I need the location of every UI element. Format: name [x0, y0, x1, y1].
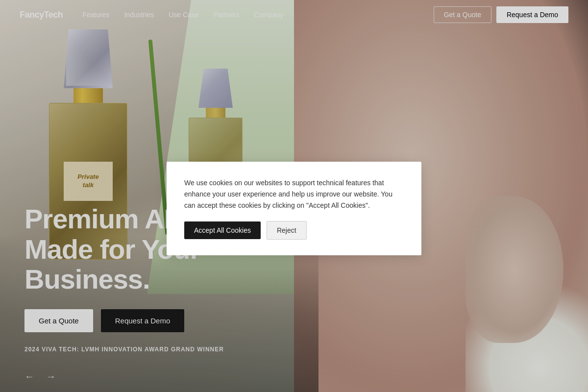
reject-cookies-button[interactable]: Reject [267, 221, 307, 240]
cookie-actions: Accept All Cookies Reject [184, 221, 404, 240]
cookie-overlay: We use cookies on our websites to suppor… [0, 0, 588, 392]
hero-section: Private talk FancyTech Features Industri… [0, 0, 588, 392]
cookie-banner: We use cookies on our websites to suppor… [167, 162, 421, 255]
cookie-message: We use cookies on our websites to suppor… [184, 177, 404, 211]
accept-cookies-button[interactable]: Accept All Cookies [184, 221, 261, 239]
